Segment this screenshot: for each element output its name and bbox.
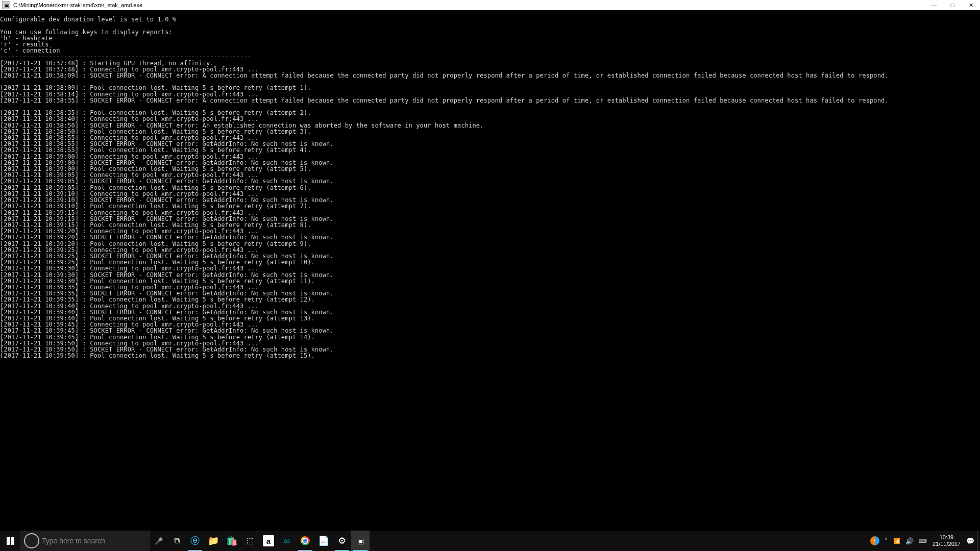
tray-network[interactable]: 📶 — [891, 531, 903, 551]
window-controls: ― □ ✕ — [925, 0, 980, 10]
window-title: C:\Mining\Monero\xmr-stak-amd\xmr_stak_a… — [12, 2, 925, 8]
notification-icon: 💬 — [966, 537, 974, 545]
tray-action-center[interactable]: 💬 — [964, 531, 977, 551]
console-output[interactable]: Configurable dev donation level is set t… — [0, 10, 980, 531]
chrome-icon — [301, 536, 310, 545]
clock-time: 10:39 — [940, 534, 954, 541]
minimize-button[interactable]: ― — [925, 0, 943, 10]
close-button[interactable]: ✕ — [962, 0, 980, 10]
taskbar-app-arduino[interactable]: ∞ — [278, 531, 296, 551]
terminal-icon: ▣ — [357, 537, 364, 545]
window-titlebar: ▣ C:\Mining\Monero\xmr-stak-amd\xmr_stak… — [0, 0, 980, 10]
clock-date: 21/11/2017 — [933, 541, 961, 547]
start-button[interactable] — [0, 531, 20, 551]
close-icon: ✕ — [969, 2, 973, 9]
folder-icon: 📁 — [208, 535, 219, 546]
taskbar-app-notepad[interactable]: 📄 — [314, 531, 333, 551]
system-tray: ! ˄ 📶 🔊 ⌨ 10:39 21/11/2017 💬 — [868, 531, 980, 551]
infinity-icon: ∞ — [284, 536, 290, 546]
search-box[interactable]: Type here to search — [20, 531, 150, 551]
taskview-icon: ⧉ — [174, 536, 180, 545]
mic-button[interactable]: 🎤 — [150, 531, 167, 551]
minimize-icon: ― — [932, 2, 937, 8]
tray-volume[interactable]: 🔊 — [903, 531, 916, 551]
tray-antivirus[interactable]: ! — [868, 531, 882, 551]
avast-icon: ! — [870, 536, 879, 545]
taskbar-app-settings[interactable]: ⚙ — [333, 531, 351, 551]
search-placeholder: Type here to search — [42, 537, 105, 545]
tray-show-hidden[interactable]: ˄ — [882, 531, 891, 551]
show-desktop-button[interactable] — [977, 531, 980, 551]
maximize-button[interactable]: □ — [943, 0, 962, 10]
chevron-up-icon: ˄ — [885, 537, 888, 545]
wifi-icon: 📶 — [893, 538, 900, 544]
volume-icon: 🔊 — [905, 537, 914, 545]
app-icon: ▣ — [2, 1, 10, 9]
taskbar-app-dropbox[interactable]: ⬚ — [241, 531, 259, 551]
microphone-icon: 🎤 — [155, 537, 163, 545]
store-icon: 🛍️ — [226, 535, 237, 546]
taskbar-app-explorer[interactable]: 📁 — [204, 531, 223, 551]
taskbar-app-edge[interactable]: ⓔ — [186, 531, 204, 551]
taskview-button[interactable]: ⧉ — [167, 531, 186, 551]
cortana-icon — [24, 533, 39, 548]
tray-language[interactable]: ⌨ — [916, 531, 929, 551]
taskbar: Type here to search 🎤 ⧉ ⓔ 📁 🛍️ ⬚ a ∞ 📄 ⚙… — [0, 531, 980, 551]
edge-icon: ⓔ — [190, 535, 200, 547]
taskbar-app-cmd[interactable]: ▣ — [351, 531, 370, 551]
tray-clock[interactable]: 10:39 21/11/2017 — [929, 531, 964, 551]
taskbar-app-amazon[interactable]: a — [259, 531, 278, 551]
taskbar-app-store[interactable]: 🛍️ — [223, 531, 241, 551]
windows-logo-icon — [7, 537, 14, 545]
gear-icon: ⚙ — [338, 535, 346, 546]
notepad-icon: 📄 — [318, 535, 329, 546]
taskbar-app-chrome[interactable] — [296, 531, 314, 551]
keyboard-icon: ⌨ — [919, 538, 927, 544]
dropbox-icon: ⬚ — [247, 536, 254, 545]
amazon-icon: a — [263, 535, 274, 546]
maximize-icon: □ — [951, 2, 954, 8]
